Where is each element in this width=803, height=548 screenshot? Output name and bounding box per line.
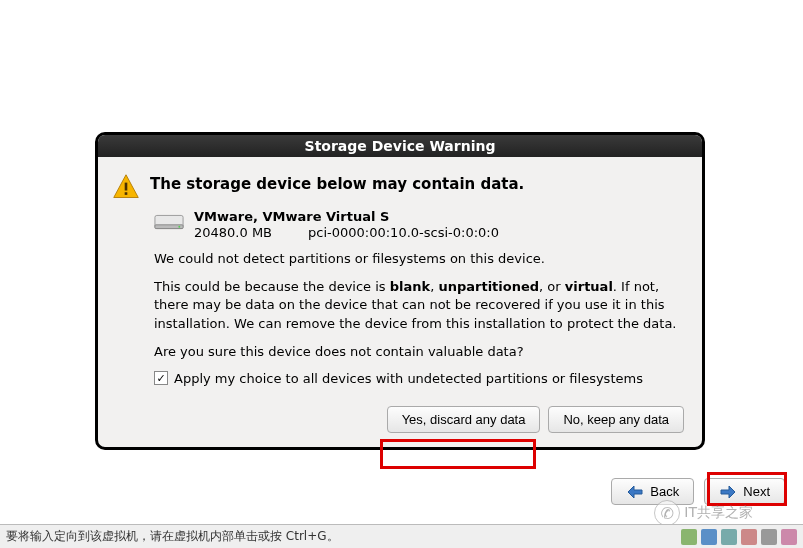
tray-icon[interactable]	[741, 529, 757, 545]
arrow-right-icon	[719, 485, 737, 499]
no-keep-button[interactable]: No, keep any data	[548, 406, 684, 433]
watermark: ✆ IT共享之家	[654, 500, 753, 526]
tray-icon[interactable]	[681, 529, 697, 545]
svg-rect-0	[125, 183, 128, 191]
tray-icon[interactable]	[781, 529, 797, 545]
device-name: VMware, VMware Virtual S	[194, 209, 499, 224]
device-size: 20480.0 MB	[194, 225, 272, 240]
warning-heading: The storage device below may contain dat…	[150, 173, 524, 193]
tray-icon[interactable]	[761, 529, 777, 545]
wechat-icon: ✆	[654, 500, 680, 526]
status-text: 要将输入定向到该虚拟机，请在虚拟机内部单击或按 Ctrl+G。	[6, 528, 339, 545]
tray-icon[interactable]	[721, 529, 737, 545]
message-confirm: Are you sure this device does not contai…	[154, 343, 684, 361]
arrow-left-icon	[626, 485, 644, 499]
apply-all-label: Apply my choice to all devices with unde…	[174, 371, 643, 386]
apply-all-checkbox[interactable]: ✓	[154, 371, 168, 385]
dialog-title: Storage Device Warning	[98, 135, 702, 157]
device-path: pci-0000:00:10.0-scsi-0:0:0:0	[308, 225, 499, 240]
svg-rect-1	[125, 192, 128, 195]
message-no-partitions: We could not detect partitions or filesy…	[154, 250, 684, 268]
hard-drive-icon	[154, 211, 184, 233]
storage-warning-dialog: Storage Device Warning The storage devic…	[95, 132, 705, 450]
tray-icon[interactable]	[701, 529, 717, 545]
svg-point-4	[178, 226, 180, 228]
message-explanation: This could be because the device is blan…	[154, 278, 684, 333]
system-tray	[681, 529, 797, 545]
status-bar: 要将输入定向到该虚拟机，请在虚拟机内部单击或按 Ctrl+G。	[0, 524, 803, 548]
warning-icon	[112, 173, 140, 201]
yes-discard-button[interactable]: Yes, discard any data	[387, 406, 541, 433]
